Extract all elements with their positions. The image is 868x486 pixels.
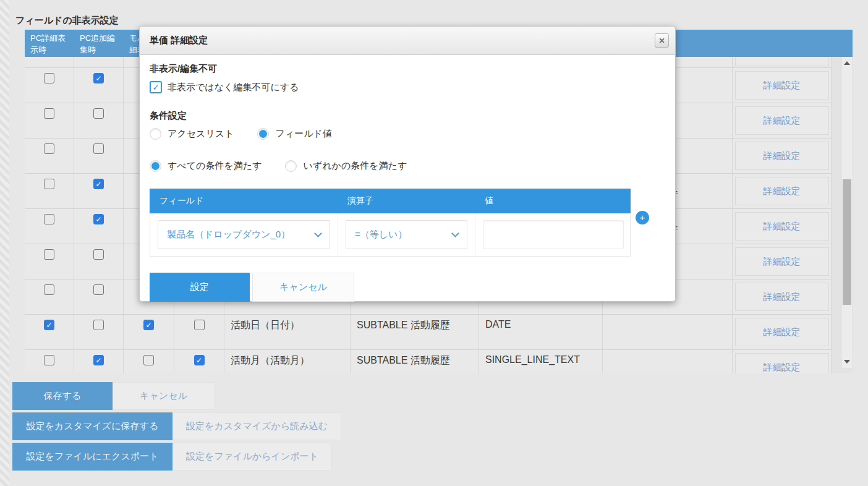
modal-body: 非表示/編集不可 ✓ 非表示ではなく編集不可にする 条件設定 アクセスリスト フ… xyxy=(140,55,675,302)
radio-access-list[interactable]: アクセスリスト xyxy=(150,128,234,140)
hide-section-heading: 非表示/編集不可 xyxy=(150,63,665,75)
radio-match-any[interactable]: いずれかの条件を満たす xyxy=(285,160,407,172)
detail-settings-button[interactable]: 詳細設定 xyxy=(735,177,829,205)
plus-icon: + xyxy=(640,213,645,222)
disable-edit-label: 非表示ではなく編集不可にする xyxy=(168,82,299,93)
checkbox-pc-detail[interactable]: ✓ xyxy=(44,355,54,365)
radio-icon xyxy=(285,160,297,172)
checkbox-mobile-edit[interactable]: ✓ xyxy=(194,320,205,330)
radio-icon xyxy=(150,160,161,172)
field-name-cell: 活動月（活動月） xyxy=(224,350,351,373)
save-button[interactable]: 保存する xyxy=(12,382,113,410)
detail-settings-button[interactable]: 詳細設定 xyxy=(735,57,829,66)
detail-settings-button[interactable]: 詳細設定 xyxy=(735,353,829,373)
condition-cell xyxy=(603,350,733,373)
checkbox-pc-edit[interactable]: ✓ xyxy=(93,73,104,83)
cancel-button[interactable]: キャンセル xyxy=(113,382,215,410)
column-header-blank-6 xyxy=(733,30,853,57)
detail-settings-button[interactable]: 詳細設定 xyxy=(735,142,829,170)
detail-settings-modal: 単価 詳細設定 ✕ 非表示/編集不可 ✓ 非表示ではなく編集不可にする 条件設定… xyxy=(139,26,676,302)
detail-settings-button[interactable]: 詳細設定 xyxy=(735,247,829,276)
operator-select[interactable]: =（等しい） xyxy=(346,220,467,249)
checkbox-pc-edit[interactable]: ✓ xyxy=(93,249,104,260)
background-stripes xyxy=(0,0,9,486)
footer-actions: 保存する キャンセル 設定をカスタマイズに保存する 設定をカスタマイズから読み込… xyxy=(12,382,341,473)
column-header-pc-detail: PC詳細表示時 xyxy=(25,30,74,57)
radio-icon xyxy=(150,128,161,140)
checkbox-pc-detail[interactable]: ✓ xyxy=(44,108,54,119)
chevron-down-icon xyxy=(314,229,322,237)
detail-settings-button[interactable]: 詳細設定 xyxy=(735,106,829,135)
table-row: ✓ ✓ ✓ ✓ 活動日（日付） SUBTABLE 活動履歴 DATE 詳細設定 xyxy=(25,315,832,350)
table-name-cell: SUBTABLE 活動履歴 xyxy=(351,315,479,349)
checkbox-pc-detail[interactable]: ✓ xyxy=(44,284,54,295)
check-icon: ✓ xyxy=(95,216,101,223)
scroll-down-icon[interactable] xyxy=(844,360,850,364)
radio-match-all[interactable]: すべての条件を満たす xyxy=(150,160,262,172)
checkbox-pc-detail[interactable]: ✓ xyxy=(44,179,54,189)
detail-settings-button[interactable]: 詳細設定 xyxy=(735,212,829,241)
field-type-cell: DATE xyxy=(479,315,603,349)
operator-select-value: =（等しい） xyxy=(355,229,407,241)
checkbox-pc-detail[interactable]: ✓ xyxy=(44,249,54,260)
condition-col-value: 値 xyxy=(475,189,631,213)
chevron-down-icon xyxy=(451,229,459,237)
condition-col-operator: 演算子 xyxy=(338,189,475,213)
modal-submit-button[interactable]: 設定 xyxy=(150,273,250,302)
check-icon: ✓ xyxy=(145,322,151,329)
checkbox-mobile-detail[interactable]: ✓ xyxy=(143,355,154,365)
check-icon: ✓ xyxy=(95,75,101,82)
checkbox-mobile-edit[interactable]: ✓ xyxy=(194,355,205,365)
field-select[interactable]: 製品名（ドロップダウン_0） xyxy=(158,220,330,249)
detail-settings-button[interactable]: 詳細設定 xyxy=(735,283,829,311)
plugin-settings-page: フィールドの非表示設定 PC詳細表示時 PC追加編集時 モバイル詳細表示時 詳細… xyxy=(0,0,868,486)
scrollbar-thumb[interactable] xyxy=(843,179,851,305)
load-from-customize-button[interactable]: 設定をカスタマイズから読み込む xyxy=(172,412,341,440)
modal-title: 単価 詳細設定 xyxy=(150,35,208,46)
table-scrollbar[interactable] xyxy=(842,57,852,368)
checkbox-pc-detail[interactable]: ✓ xyxy=(44,320,54,330)
checkbox-pc-edit[interactable]: ✓ xyxy=(93,355,104,365)
export-file-button[interactable]: 設定をファイルにエクスポート xyxy=(12,443,172,471)
modal-cancel-button[interactable]: キャンセル xyxy=(252,273,354,302)
radio-label: アクセスリスト xyxy=(168,128,234,140)
detail-settings-button[interactable]: 詳細設定 xyxy=(735,318,829,346)
check-icon: ✓ xyxy=(152,83,160,92)
check-icon: ✓ xyxy=(95,181,101,188)
checkbox-pc-edit[interactable]: ✓ xyxy=(93,214,104,224)
import-file-button[interactable]: 設定をファイルからインポート xyxy=(172,443,332,471)
add-condition-button[interactable]: + xyxy=(636,211,649,224)
checkbox-pc-detail[interactable]: ✓ xyxy=(44,214,54,224)
check-icon: ✓ xyxy=(46,322,52,329)
radio-field-value[interactable]: フィールド値 xyxy=(257,128,331,140)
checkbox-pc-edit[interactable]: ✓ xyxy=(93,284,104,295)
modal-header: 単価 詳細設定 ✕ xyxy=(140,27,675,55)
table-name-cell: SUBTABLE 活動履歴 xyxy=(351,350,479,373)
column-header-pc-edit: PC追加編集時 xyxy=(74,30,124,57)
check-icon: ✓ xyxy=(196,357,202,364)
checkbox-pc-detail[interactable]: ✓ xyxy=(44,143,54,154)
close-icon[interactable]: ✕ xyxy=(655,33,669,48)
checkbox-pc-detail[interactable]: ✓ xyxy=(44,73,54,83)
checkbox-pc-edit[interactable]: ✓ xyxy=(93,108,104,119)
radio-label: すべての条件を満たす xyxy=(168,160,262,172)
page-title: フィールドの非表示設定 xyxy=(15,15,119,27)
table-row: ✓ ✓ ✓ ✓ 活動月（活動月） SUBTABLE 活動履歴 SINGLE_LI… xyxy=(25,350,832,373)
field-name-cell: 活動日（日付） xyxy=(224,315,351,349)
checkbox-pc-edit[interactable]: ✓ xyxy=(93,143,104,154)
checkbox-pc-edit[interactable]: ✓ xyxy=(93,320,104,330)
scroll-up-icon[interactable] xyxy=(844,61,850,65)
condition-section-heading: 条件設定 xyxy=(150,110,665,122)
checkbox-mobile-detail[interactable]: ✓ xyxy=(143,320,154,330)
radio-icon xyxy=(257,128,269,140)
close-glyph: ✕ xyxy=(658,37,665,45)
radio-label: いずれかの条件を満たす xyxy=(303,160,407,172)
disable-edit-checkbox[interactable]: ✓ xyxy=(150,81,162,93)
checkbox-pc-edit[interactable]: ✓ xyxy=(93,179,104,189)
condition-table: フィールド 演算子 値 製品名（ドロップダウン_0） =（等しい） xyxy=(150,189,631,257)
save-to-customize-button[interactable]: 設定をカスタマイズに保存する xyxy=(12,412,172,440)
detail-settings-button[interactable]: 詳細設定 xyxy=(735,71,829,100)
condition-col-field: フィールド xyxy=(150,189,338,213)
condition-cell xyxy=(603,315,733,349)
condition-value-input[interactable] xyxy=(483,220,624,249)
